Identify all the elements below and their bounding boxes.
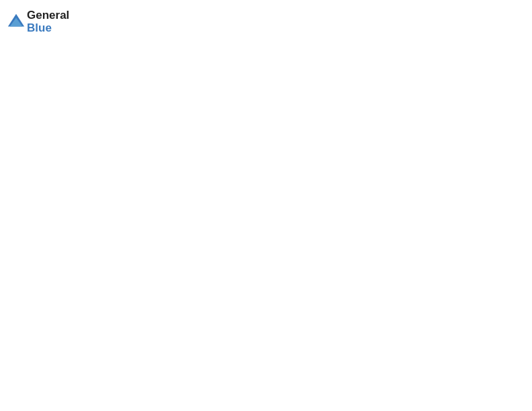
logo: General Blue: [7, 9, 69, 34]
logo-line2: Blue: [27, 22, 69, 35]
logo-line1: General: [27, 9, 69, 22]
page-header: General Blue: [7, 7, 525, 34]
